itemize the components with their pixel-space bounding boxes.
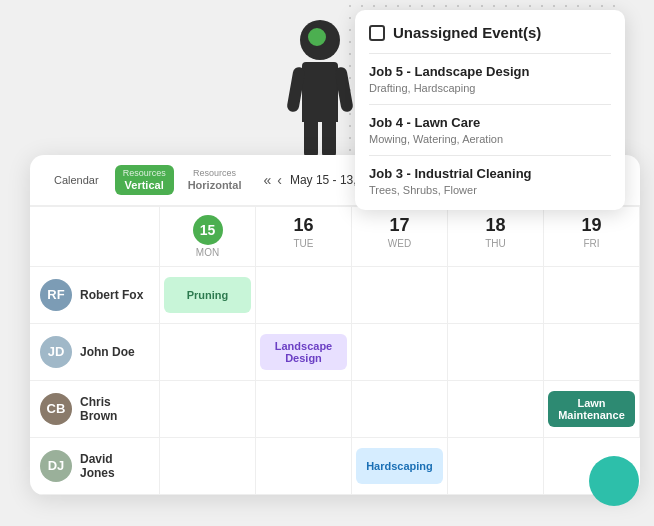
unassigned-checkbox[interactable] xyxy=(369,25,385,41)
day-number-0: 15 xyxy=(166,215,249,245)
day-name-4: FRI xyxy=(550,238,633,249)
event-david-jones-3 xyxy=(448,438,544,495)
tab-resources-vertical-label: Vertical xyxy=(125,179,164,192)
header-day-2: 17 WED xyxy=(352,207,448,267)
char-legs xyxy=(280,122,360,157)
popup-job-4-title: Job 4 - Lawn Care xyxy=(369,115,611,130)
header-empty-cell xyxy=(30,207,160,267)
header-day-4: 19 FRI xyxy=(544,207,640,267)
day-name-0: MON xyxy=(166,247,249,258)
day-number-2: 17 xyxy=(358,215,441,236)
tab-resources-horizontal-sublabel: Resources xyxy=(193,168,236,179)
event-chris-brown-0 xyxy=(160,381,256,438)
nav-arrows: « ‹ xyxy=(261,172,283,188)
name-david-jones: David Jones xyxy=(80,452,149,480)
tab-resources-vertical[interactable]: Resources Vertical xyxy=(115,165,174,195)
teal-decorative-circle xyxy=(589,456,639,506)
event-chris-brown-4[interactable]: LawnMaintenance xyxy=(544,381,640,438)
day-name-3: THU xyxy=(454,238,537,249)
event-robert-fox-0[interactable]: Pruning xyxy=(160,267,256,324)
tab-resources-vertical-sublabel: Resources xyxy=(123,168,166,179)
header-day-3: 18 THU xyxy=(448,207,544,267)
day-name-1: TUE xyxy=(262,238,345,249)
event-chip-hardscaping[interactable]: Hardscaping xyxy=(356,448,443,484)
event-robert-fox-3 xyxy=(448,267,544,324)
character-figure xyxy=(280,20,360,170)
name-chris-brown: Chris Brown xyxy=(80,395,149,423)
nav-prev-prev-button[interactable]: « xyxy=(261,172,273,188)
avatar-robert-fox: RF xyxy=(40,279,72,311)
event-chris-brown-2 xyxy=(352,381,448,438)
popup-job-3-title: Job 3 - Industrial Cleaning xyxy=(369,166,611,181)
avatar-chris-brown: CB xyxy=(40,393,72,425)
event-john-doe-1[interactable]: LandscapeDesign xyxy=(256,324,352,381)
popup-job-5-tags: Drafting, Hardscaping xyxy=(369,82,611,94)
resource-john-doe: JD John Doe xyxy=(30,324,160,381)
name-john-doe: John Doe xyxy=(80,345,135,359)
name-robert-fox: Robert Fox xyxy=(80,288,143,302)
header-day-0: 15 MON xyxy=(160,207,256,267)
event-robert-fox-2 xyxy=(352,267,448,324)
event-robert-fox-4 xyxy=(544,267,640,324)
day-number-1: 16 xyxy=(262,215,345,236)
day-number-3: 18 xyxy=(454,215,537,236)
event-john-doe-3 xyxy=(448,324,544,381)
char-arm-left xyxy=(286,66,306,112)
resource-david-jones: DJ David Jones xyxy=(30,438,160,495)
avatar-john-doe: JD xyxy=(40,336,72,368)
resource-chris-brown: CB Chris Brown xyxy=(30,381,160,438)
event-john-doe-0 xyxy=(160,324,256,381)
day-name-2: WED xyxy=(358,238,441,249)
popup-job-5-title: Job 5 - Landscape Design xyxy=(369,64,611,79)
event-david-jones-0 xyxy=(160,438,256,495)
nav-prev-button[interactable]: ‹ xyxy=(275,172,284,188)
event-david-jones-1 xyxy=(256,438,352,495)
popup-job-5[interactable]: Job 5 - Landscape Design Drafting, Hards… xyxy=(369,53,611,104)
event-robert-fox-1 xyxy=(256,267,352,324)
avatar-david-jones: DJ xyxy=(40,450,72,482)
popup-job-3[interactable]: Job 3 - Industrial Cleaning Trees, Shrub… xyxy=(369,155,611,196)
popup-job-4[interactable]: Job 4 - Lawn Care Mowing, Watering, Aera… xyxy=(369,104,611,155)
calendar-grid: 15 MON 16 TUE 17 WED 18 THU 19 FRI RF Ro… xyxy=(30,206,640,495)
event-david-jones-2[interactable]: Hardscaping xyxy=(352,438,448,495)
day-number-4: 19 xyxy=(550,215,633,236)
popup-job-3-tags: Trees, Shrubs, Flower xyxy=(369,184,611,196)
char-leg-left xyxy=(304,122,318,157)
char-body xyxy=(302,62,338,122)
resource-robert-fox: RF Robert Fox xyxy=(30,267,160,324)
event-john-doe-4 xyxy=(544,324,640,381)
popup-job-4-tags: Mowing, Watering, Aeration xyxy=(369,133,611,145)
popup-title: Unassigned Event(s) xyxy=(393,24,541,41)
char-head xyxy=(300,20,340,60)
event-john-doe-2 xyxy=(352,324,448,381)
unassigned-events-popup: Unassigned Event(s) Job 5 - Landscape De… xyxy=(355,10,625,210)
header-day-1: 16 TUE xyxy=(256,207,352,267)
event-chris-brown-1 xyxy=(256,381,352,438)
char-leg-right xyxy=(322,122,336,157)
event-chip-lawn-maintenance[interactable]: LawnMaintenance xyxy=(548,391,635,427)
tab-calendar[interactable]: Calendar xyxy=(44,170,109,190)
event-chip-landscape-design[interactable]: LandscapeDesign xyxy=(260,334,347,370)
char-arm-right xyxy=(334,66,354,112)
event-chip-pruning[interactable]: Pruning xyxy=(164,277,251,313)
popup-header: Unassigned Event(s) xyxy=(369,24,611,41)
tab-resources-horizontal-label: Horizontal xyxy=(188,179,242,192)
tab-resources-horizontal[interactable]: Resources Horizontal xyxy=(180,165,250,195)
event-chris-brown-3 xyxy=(448,381,544,438)
